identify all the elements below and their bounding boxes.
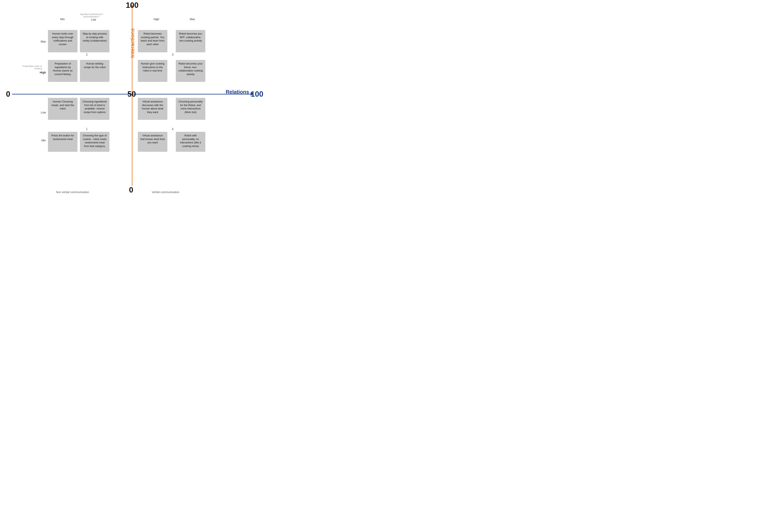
cell-high-low: Human wiriting recipe for the robot xyxy=(80,60,109,82)
cell-max-low: Step by step process of cooking with mol… xyxy=(80,30,109,52)
col-header-min: Min xyxy=(50,18,76,21)
bottom-label-left: Non verbal communication xyxy=(56,191,89,194)
cell-max-max: Robot becomes you BFF, collaborative, no… xyxy=(176,30,205,52)
col-header-low: Low xyxy=(80,18,106,21)
cell-min-low: Choosing the type of cuisine - robot coo… xyxy=(80,132,109,152)
label-100-right: 100 xyxy=(251,90,263,98)
col-header-high: High xyxy=(143,18,169,21)
label-0-bottom: 0 xyxy=(129,186,133,194)
label-0-left: 0 xyxy=(6,90,10,98)
row-label-high-sub: Preperation parts of cooking xyxy=(16,65,42,70)
cell-min-min: Press the button for randomized meal xyxy=(48,132,77,152)
row-label-max: Max xyxy=(26,40,46,43)
chart-container: 100 0 50 100 0 Interactions Relations Mi… xyxy=(0,0,264,200)
cell-high-max: Robot becomes your friend. non-collabora… xyxy=(176,60,205,82)
cell-max-min: Human looks over every step through noti… xyxy=(48,30,77,52)
cell-min-max: Robot with personality, no interactions … xyxy=(176,132,205,152)
quad-num-1: 1 xyxy=(86,127,88,131)
cell-high-high: Human give cooking instructions to the r… xyxy=(138,60,167,82)
label-50-center: 50 xyxy=(127,90,136,98)
interactions-label: Interactions xyxy=(129,28,136,58)
cell-max-high: Robot becomes cooking partner. You teach… xyxy=(138,30,167,52)
cell-low-low: Choosing ingredients from list of what i… xyxy=(80,98,109,120)
quad-num-4: 4 xyxy=(172,127,174,131)
row-label-high: High xyxy=(26,71,46,74)
cell-low-high: Virtual assistance discusses with the hu… xyxy=(138,98,167,120)
cell-high-min: Preparation of ingredients by Human (sam… xyxy=(48,60,77,82)
cell-low-max: Choosing personality for the Robot, and … xyxy=(176,98,205,120)
cell-min-high: Virtual assistance that knows what food … xyxy=(138,132,167,152)
quad-num-2: 2 xyxy=(86,53,88,57)
quad-num-3: 3 xyxy=(172,53,174,57)
col-note: Ingredient preferences? personalization? xyxy=(79,13,103,18)
row-label-low: Low xyxy=(26,111,46,114)
col-header-max: Max xyxy=(179,18,205,21)
bottom-label-right: Verbal communication xyxy=(152,191,179,194)
relations-label: Relations xyxy=(226,89,249,95)
cell-low-min: Human Choosing meals, and start the robo… xyxy=(48,98,77,120)
label-100-top: 100 xyxy=(126,1,138,10)
row-label-min: Min xyxy=(26,139,46,142)
